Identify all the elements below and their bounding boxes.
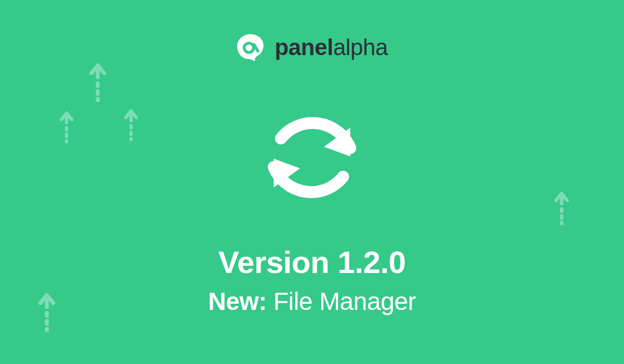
version-headline: Version 1.2.0 <box>0 244 624 280</box>
feature-subhead: New: File Manager <box>0 287 624 316</box>
brand-name-bold: panel <box>275 36 333 59</box>
feature-lead: New: <box>208 288 267 315</box>
version-prefix: Version <box>218 245 329 280</box>
arrow-up-dashed-icon <box>123 109 139 141</box>
arrow-up-dashed-icon <box>37 292 57 332</box>
refresh-icon <box>252 98 372 217</box>
arrow-up-dashed-icon <box>553 191 570 225</box>
brand-wordmark: panelalpha <box>275 36 388 59</box>
arrow-up-dashed-icon <box>58 111 74 143</box>
version-number: 1.2.0 <box>337 245 406 280</box>
arrow-up-dashed-icon <box>88 62 108 102</box>
alpha-blob-icon <box>236 32 266 62</box>
feature-name: File Manager <box>274 288 416 315</box>
brand-logo: panelalpha <box>236 32 388 62</box>
brand-name-light: alpha <box>333 36 388 59</box>
